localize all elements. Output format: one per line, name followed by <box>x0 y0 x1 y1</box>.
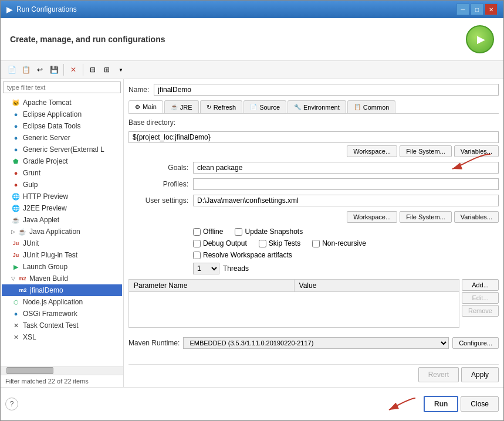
sidebar-item-gradle-project[interactable]: ⬟ Gradle Project <box>2 155 122 167</box>
help-button[interactable]: ? <box>5 398 18 410</box>
tabs-bar: ⚙ Main ☕ JRE ↻ Refresh 📄 Source 🔧 En <box>128 100 499 114</box>
debug-output-checkbox-label[interactable]: Debug Output <box>193 239 247 247</box>
bottom-left: ? <box>5 398 18 410</box>
filter-status: Filter matched 22 of 22 items <box>5 378 89 385</box>
file-system-button-1[interactable]: File System... <box>400 145 452 157</box>
remove-button[interactable]: ✕ <box>67 63 80 76</box>
sidebar-item-eclipse-data-tools[interactable]: ● Eclipse Data Tools <box>2 120 122 132</box>
sidebar-item-gulp[interactable]: ● Gulp <box>2 179 122 191</box>
params-col-value: Value <box>295 280 459 291</box>
sidebar-item-osgi[interactable]: ● OSGi Framework <box>2 308 122 320</box>
threads-select[interactable]: 1 2 4 <box>193 263 219 274</box>
sidebar-item-task-context[interactable]: ✕ Task Context Test <box>2 320 122 331</box>
apply-button[interactable]: Apply <box>461 367 499 382</box>
sidebar-item-junit-plugin[interactable]: Ju JUnit Plug-in Test <box>2 249 122 261</box>
sidebar-item-generic-server-ext[interactable]: ● Generic Server(External L <box>2 144 122 155</box>
title-bar: ▶ Run Configurations ─ □ ✕ <box>1 1 503 18</box>
run-button[interactable]: Run <box>424 396 458 412</box>
delete-button[interactable]: ↩ <box>33 63 46 76</box>
workspace-button-2[interactable]: Workspace... <box>347 211 397 223</box>
variables-button-1[interactable]: Variables... <box>454 145 499 157</box>
name-label: Name: <box>128 86 149 94</box>
maximize-button[interactable]: □ <box>471 4 483 15</box>
new-config-button[interactable]: 📄 <box>5 63 18 76</box>
configure-button[interactable]: Configure... <box>452 337 499 349</box>
add-button[interactable]: Add... <box>462 279 499 291</box>
update-snapshots-checkbox-label[interactable]: Update Snapshots <box>235 228 303 236</box>
tab-source[interactable]: 📄 Source <box>243 100 286 113</box>
file-system-button-2[interactable]: File System... <box>400 211 452 223</box>
non-recursive-checkbox-label[interactable]: Non-recursive <box>312 239 366 247</box>
sidebar-item-launch-group[interactable]: ▶ Launch Group <box>2 261 122 273</box>
toolbar: 📄 📋 ↩ 💾 ✕ ⊟ ⊞ ▼ <box>1 61 503 79</box>
offline-checkbox-label[interactable]: Offline <box>193 228 223 236</box>
toolbar-dropdown-button[interactable]: ▼ <box>114 63 127 76</box>
resolve-workspace-checkbox-label[interactable]: Resolve Workspace artifacts <box>193 251 292 259</box>
base-dir-input[interactable] <box>128 131 499 143</box>
sidebar-item-label: Gradle Project <box>23 157 68 165</box>
left-scrollbar[interactable] <box>1 366 123 375</box>
close-window-button[interactable]: ✕ <box>485 4 498 15</box>
jfinalDemo-icon: m2 <box>18 286 28 295</box>
workspace-button-1[interactable]: Workspace... <box>347 145 397 157</box>
sidebar-item-j2ee-preview[interactable]: 🌐 J2EE Preview <box>2 202 122 214</box>
header-title: Create, manage, and run configurations <box>10 35 165 44</box>
user-settings-input[interactable] <box>193 195 499 206</box>
sidebar-item-java-application[interactable]: ▷ ☕ Java Application <box>2 226 122 237</box>
minimize-button[interactable]: ─ <box>456 4 469 15</box>
sidebar-item-jfinalDemo[interactable]: m2 jfinalDemo <box>2 284 122 296</box>
skip-tests-checkbox-label[interactable]: Skip Tests <box>259 239 300 247</box>
sidebar-item-grunt[interactable]: ● Grunt <box>2 167 122 179</box>
tab-main[interactable]: ⚙ Main <box>128 100 163 113</box>
close-button[interactable]: Close <box>461 396 499 412</box>
sidebar-item-junit[interactable]: Ju JUnit <box>2 237 122 249</box>
update-snapshots-checkbox[interactable] <box>235 228 242 236</box>
launch-group-icon: ▶ <box>11 262 21 271</box>
tab-jre[interactable]: ☕ JRE <box>164 100 199 113</box>
xsl-icon: ✕ <box>11 332 21 342</box>
revert-button[interactable]: Revert <box>418 367 459 382</box>
filter-input[interactable] <box>3 82 121 93</box>
goals-input[interactable] <box>193 162 499 174</box>
sidebar-item-nodejs[interactable]: ⬡ Node.js Application <box>2 296 122 308</box>
sidebar-item-java-applet[interactable]: ☕ Java Applet <box>2 214 122 226</box>
runtime-select[interactable]: EMBEDDED (3.5.3/1.11.0.20190220-2117) <box>183 337 449 349</box>
toolbar-sep-2 <box>83 64 83 76</box>
generic-server-ext-icon: ● <box>11 145 21 154</box>
debug-output-checkbox[interactable] <box>193 240 201 247</box>
skip-tests-checkbox[interactable] <box>259 240 266 247</box>
export-button[interactable]: 💾 <box>48 63 60 76</box>
base-dir-buttons: Workspace... File System... Variables... <box>128 145 499 157</box>
sidebar-item-label: jfinalDemo <box>30 286 63 294</box>
profiles-input[interactable] <box>193 178 499 190</box>
sidebar-item-apache-tomcat[interactable]: 🐱 Apache Tomcat <box>2 97 122 108</box>
sidebar-item-xsl[interactable]: ✕ XSL <box>2 331 122 343</box>
remove-param-button[interactable]: Remove <box>462 305 499 317</box>
name-input[interactable] <box>154 84 499 96</box>
scroll-thumb <box>6 367 53 374</box>
offline-checkbox[interactable] <box>193 228 201 236</box>
tab-refresh[interactable]: ↻ Refresh <box>200 100 243 113</box>
duplicate-button[interactable]: 📋 <box>19 63 32 76</box>
variables-button-2[interactable]: Variables... <box>454 211 499 223</box>
tab-jre-label: JRE <box>180 104 192 111</box>
task-context-icon: ✕ <box>11 321 21 330</box>
data-tools-icon: ● <box>11 121 21 131</box>
sidebar-item-maven-build[interactable]: ▽ m2 Maven Build <box>2 273 122 284</box>
edit-button[interactable]: Edit... <box>462 292 499 304</box>
eclipse-app-icon: ● <box>11 110 21 119</box>
sidebar-item-label: Eclipse Data Tools <box>23 122 81 130</box>
user-settings-row: User settings: <box>128 195 499 206</box>
collapse-all-button[interactable]: ⊟ <box>86 63 99 76</box>
non-recursive-checkbox[interactable] <box>312 240 320 247</box>
tab-common[interactable]: 📋 Common <box>347 100 396 113</box>
sidebar-item-http-preview[interactable]: 🌐 HTTP Preview <box>2 191 122 202</box>
resolve-workspace-checkbox[interactable] <box>193 252 201 259</box>
checkboxes-row-1: Offline Update Snapshots <box>193 228 499 236</box>
source-tab-icon: 📄 <box>250 104 257 110</box>
sidebar-item-eclipse-application[interactable]: ● Eclipse Application <box>2 108 122 120</box>
expand-all-button[interactable]: ⊞ <box>100 63 113 76</box>
params-table: Parameter Name Value <box>128 279 459 328</box>
tab-environment[interactable]: 🔧 Environment <box>287 100 346 113</box>
sidebar-item-generic-server[interactable]: ● Generic Server <box>2 132 122 144</box>
